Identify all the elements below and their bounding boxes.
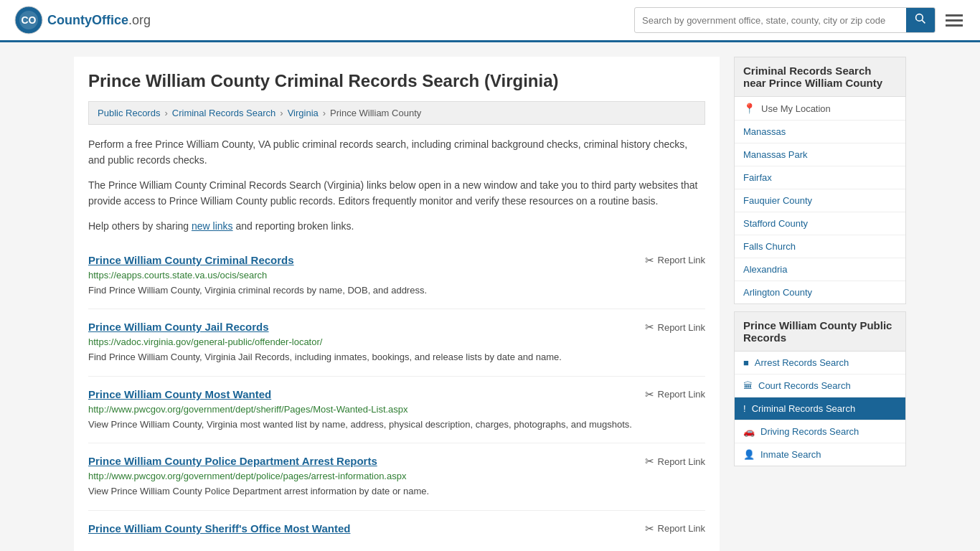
search-icon [915, 13, 926, 24]
sidebar-nearby-title: Criminal Records Search near Prince Will… [734, 57, 906, 97]
records-label: Arrest Records Search [755, 357, 849, 368]
sidebar-nearby-item[interactable]: Alexandria [735, 258, 905, 281]
breadcrumb: Public Records › Criminal Records Search… [88, 101, 705, 125]
records-icon: 🚗 [743, 426, 755, 437]
sidebar-records-link[interactable]: 🏛Court Records Search [735, 375, 905, 397]
results-list: Prince William County Criminal Records ✂… [88, 242, 705, 550]
report-link[interactable]: ✂ Report Link [645, 321, 705, 334]
search-button[interactable] [906, 8, 935, 32]
result-desc: View Prince William County, Virginia mos… [88, 418, 705, 432]
page-wrapper: Prince William County Criminal Records S… [60, 42, 920, 551]
records-label: Inmate Search [760, 449, 821, 460]
sidebar: Criminal Records Search near Prince Will… [734, 57, 906, 551]
search-input[interactable] [635, 10, 906, 31]
sidebar-records-item[interactable]: ■Arrest Records Search [735, 352, 905, 375]
sidebar-records-item[interactable]: !Criminal Records Search [735, 397, 905, 420]
report-icon: ✂ [645, 522, 654, 535]
report-link-label: Report Link [658, 456, 705, 467]
sidebar-nearby-link[interactable]: Fairfax [735, 166, 905, 189]
sidebar-nearby-item[interactable]: Fairfax [735, 166, 905, 189]
result-header: Prince William County Police Department … [88, 455, 705, 468]
sidebar-nearby-link[interactable]: Alexandria [735, 258, 905, 281]
hamburger-button[interactable] [943, 11, 966, 29]
records-icon: 👤 [743, 449, 755, 460]
report-link[interactable]: ✂ Report Link [645, 388, 705, 401]
breadcrumb-criminal-records[interactable]: Criminal Records Search [172, 108, 276, 118]
use-location-link[interactable]: 📍Use My Location [735, 97, 905, 120]
sidebar-records-link[interactable]: !Criminal Records Search [735, 397, 905, 420]
use-location-label: Use My Location [761, 103, 831, 114]
main-content: Prince William County Criminal Records S… [74, 57, 720, 551]
result-desc: View Prince William County Police Depart… [88, 484, 705, 499]
report-link[interactable]: ✂ Report Link [645, 522, 705, 535]
sidebar-records-item[interactable]: 👤Inmate Search [735, 443, 905, 466]
records-label: Criminal Records Search [752, 403, 856, 414]
hamburger-line [946, 24, 963, 27]
sidebar-records-item[interactable]: 🏛Court Records Search [735, 375, 905, 397]
records-icon: ■ [743, 357, 749, 368]
result-desc: Find Prince William County, Virginia cri… [88, 283, 705, 298]
pin-icon: 📍 [743, 103, 755, 114]
result-title[interactable]: Prince William County Jail Records [88, 321, 269, 333]
description-1: Perform a free Prince William County, VA… [88, 136, 705, 169]
report-link-label: Report Link [658, 523, 705, 534]
logo-icon: CO [14, 6, 43, 34]
site-header: CO CountyOffice.org [0, 0, 980, 42]
sidebar-nearby-item[interactable]: Falls Church [735, 235, 905, 258]
sidebar-records-section: Prince William County Public Records ■Ar… [734, 311, 906, 466]
report-icon: ✂ [645, 321, 654, 334]
sidebar-nearby-item[interactable]: Manassas [735, 121, 905, 143]
sidebar-records-link[interactable]: 👤Inmate Search [735, 443, 905, 466]
result-url[interactable]: https://vadoc.virginia.gov/general-publi… [88, 336, 705, 347]
svg-text:CO: CO [22, 14, 37, 26]
report-link[interactable]: ✂ Report Link [645, 455, 705, 468]
sidebar-records-link[interactable]: 🚗Driving Records Search [735, 420, 905, 443]
sidebar-nearby-link[interactable]: Falls Church [735, 235, 905, 258]
records-label: Court Records Search [758, 380, 851, 391]
sidebar-nearby-link[interactable]: Manassas [735, 121, 905, 143]
sidebar-nearby-item[interactable]: Manassas Park [735, 143, 905, 166]
breadcrumb-public-records[interactable]: Public Records [98, 108, 160, 118]
sidebar-nearby-link[interactable]: Manassas Park [735, 143, 905, 166]
sidebar-nearby-link[interactable]: Stafford County [735, 212, 905, 235]
sidebar-nearby-list: 📍Use My LocationManassasManassas ParkFai… [734, 97, 906, 304]
breadcrumb-current: Prince William County [330, 108, 421, 118]
sidebar-records-item[interactable]: 🚗Driving Records Search [735, 420, 905, 443]
new-links-link[interactable]: new links [192, 220, 233, 232]
result-title[interactable]: Prince William County Criminal Records [88, 254, 294, 266]
result-header: Prince William County Criminal Records ✂… [88, 254, 705, 267]
hamburger-line [946, 14, 963, 17]
hamburger-line [946, 19, 963, 22]
result-title[interactable]: Prince William County Most Wanted [88, 388, 271, 400]
sidebar-records-title: Prince William County Public Records [734, 311, 906, 352]
result-header: Prince William County Jail Records ✂ Rep… [88, 321, 705, 334]
result-header: Prince William County Sheriff's Office M… [88, 522, 705, 535]
sidebar-nearby-item[interactable]: Arlington County [735, 281, 905, 303]
svg-line-4 [922, 20, 925, 23]
report-link-label: Report Link [658, 255, 705, 265]
result-title[interactable]: Prince William County Police Department … [88, 455, 377, 467]
result-title[interactable]: Prince William County Sheriff's Office M… [88, 522, 350, 534]
report-link-label: Report Link [658, 322, 705, 333]
sidebar-nearby-item[interactable]: Fauquier County [735, 189, 905, 212]
result-url[interactable]: http://www.pwcgov.org/government/dept/po… [88, 471, 705, 481]
report-link[interactable]: ✂ Report Link [645, 254, 705, 267]
result-url[interactable]: https://eapps.courts.state.va.us/ocis/se… [88, 270, 705, 281]
report-link-label: Report Link [658, 389, 705, 400]
sidebar-use-location[interactable]: 📍Use My Location [735, 97, 905, 121]
result-item: Prince William County Most Wanted ✂ Repo… [88, 377, 705, 444]
result-item: Prince William County Jail Records ✂ Rep… [88, 309, 705, 377]
breadcrumb-virginia[interactable]: Virginia [288, 108, 319, 118]
records-icon: ! [743, 403, 746, 414]
records-icon: 🏛 [743, 380, 753, 391]
sidebar-records-list: ■Arrest Records Search🏛Court Records Sea… [734, 352, 906, 466]
report-icon: ✂ [645, 455, 654, 468]
sidebar-records-link[interactable]: ■Arrest Records Search [735, 352, 905, 374]
sidebar-nearby-link[interactable]: Arlington County [735, 281, 905, 303]
sidebar-nearby-section: Criminal Records Search near Prince Will… [734, 57, 906, 304]
result-desc: Find Prince William County, Virginia Jai… [88, 350, 705, 364]
description-2: The Prince William County Criminal Recor… [88, 177, 705, 209]
result-url[interactable]: http://www.pwcgov.org/government/dept/sh… [88, 404, 705, 415]
sidebar-nearby-item[interactable]: Stafford County [735, 212, 905, 235]
sidebar-nearby-link[interactable]: Fauquier County [735, 189, 905, 212]
